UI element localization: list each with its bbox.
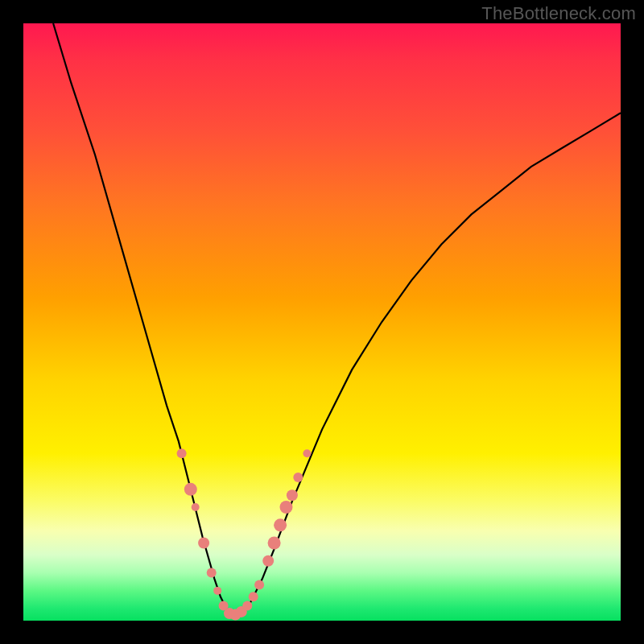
data-marker <box>293 473 303 482</box>
data-marker <box>192 503 200 511</box>
chart-frame: TheBottleneck.com <box>0 0 644 644</box>
data-marker <box>274 518 287 531</box>
data-marker <box>184 483 197 496</box>
data-marker <box>303 449 311 457</box>
data-marker <box>198 538 209 549</box>
data-marker <box>287 489 298 501</box>
data-marker <box>262 555 274 567</box>
data-marker <box>254 580 264 590</box>
data-marker <box>268 537 281 550</box>
data-marker <box>207 568 217 578</box>
data-marker <box>242 601 252 611</box>
data-marker <box>249 592 258 601</box>
data-marker <box>177 448 187 458</box>
plot-area <box>23 23 621 621</box>
bottleneck-curve <box>53 23 621 615</box>
chart-svg <box>23 23 621 621</box>
data-marker <box>280 501 293 514</box>
watermark-text: TheBottleneck.com <box>481 3 636 24</box>
marker-group <box>177 448 312 620</box>
data-marker <box>213 587 221 595</box>
